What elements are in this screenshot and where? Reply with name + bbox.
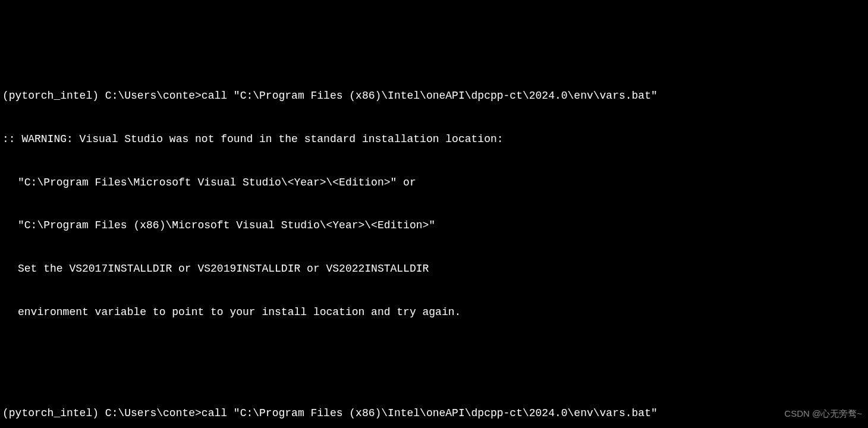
blank-line: [2, 348, 866, 363]
command-line: (pytorch_intel) C:\Users\conte>call "C:\…: [2, 89, 866, 103]
warning-line: :: WARNING: Visual Studio was not found …: [2, 132, 866, 146]
output-line: environment variable to point to your in…: [18, 305, 866, 319]
terminal-output[interactable]: (pytorch_intel) C:\Users\conte>call "C:\…: [2, 59, 866, 428]
watermark: CSDN @心无旁骛~: [784, 408, 862, 420]
output-line: Set the VS2017INSTALLDIR or VS2019INSTAL…: [18, 262, 866, 276]
command-line: (pytorch_intel) C:\Users\conte>call "C:\…: [2, 406, 866, 420]
output-line: "C:\Program Files\Microsoft Visual Studi…: [18, 175, 866, 190]
output-line: "C:\Program Files (x86)\Microsoft Visual…: [18, 218, 866, 232]
